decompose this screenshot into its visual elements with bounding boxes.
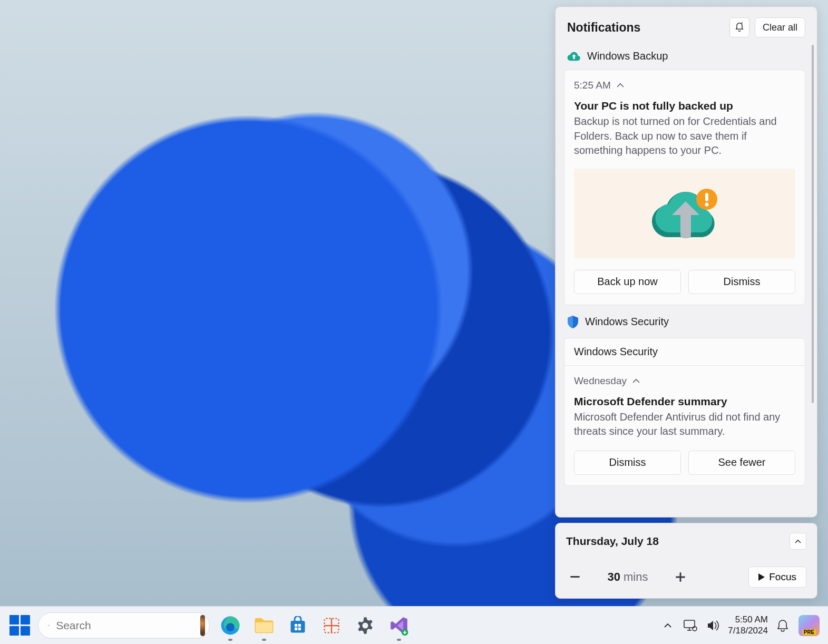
taskbar-app-file-explorer[interactable] (251, 612, 277, 639)
taskbar: 5:50 AM 7/18/2024 PRE (0, 606, 828, 644)
svg-point-7 (48, 625, 49, 626)
bell-icon (777, 619, 788, 632)
svg-rect-11 (291, 621, 305, 633)
shield-icon (567, 316, 579, 328)
do-not-disturb-button[interactable] (729, 17, 749, 37)
play-icon (758, 573, 765, 581)
copilot-icon: PRE (798, 615, 820, 636)
action-center-panel: Notifications Clear all Windows Backup (555, 6, 817, 599)
notification-group-header[interactable]: Windows Security (564, 310, 805, 336)
bell-off-icon (734, 22, 745, 33)
notification-center-button[interactable] (773, 612, 792, 639)
taskbar-app-visual-studio[interactable] (386, 612, 412, 639)
clear-all-button[interactable]: Clear all (755, 17, 805, 37)
svg-rect-2 (705, 193, 708, 201)
chevron-up-icon (664, 623, 672, 628)
svg-rect-6 (676, 577, 685, 578)
svg-point-3 (705, 202, 709, 206)
taskbar-clock[interactable]: 5:50 AM 7/18/2024 (726, 612, 770, 639)
edge-icon (220, 616, 240, 636)
focus-decrease-button[interactable] (566, 568, 584, 586)
svg-rect-15 (298, 627, 301, 630)
notifications-scroll[interactable]: Windows Backup 5:25 AM Your PC is not fu… (556, 45, 817, 517)
folder-icon (254, 617, 274, 635)
notification-body: Microsoft Defender Antivirus did not fin… (574, 410, 795, 439)
start-button[interactable] (5, 611, 34, 640)
svg-point-9 (226, 623, 235, 631)
taskbar-app-snipping-tool[interactable] (318, 612, 345, 639)
focus-minutes-value: 30 (608, 570, 620, 583)
focus-duration: 30mins (588, 570, 667, 584)
calendar-date[interactable]: Thursday, July 18 (566, 535, 790, 548)
scrollbar-thumb[interactable] (812, 45, 814, 403)
taskbar-app-edge[interactable] (217, 612, 243, 639)
taskbar-time: 5:50 AM (735, 614, 768, 625)
notifications-card: Notifications Clear all Windows Backup (555, 6, 817, 518)
svg-point-17 (362, 622, 368, 628)
chevron-up-icon (616, 83, 625, 88)
notification-item[interactable]: Wednesday Microsoft Defender summary Mic… (564, 366, 805, 486)
svg-rect-13 (298, 624, 301, 627)
notification-time: 5:25 AM (574, 80, 611, 91)
chevron-up-icon (632, 378, 640, 384)
visual-studio-icon (389, 616, 409, 636)
notification-title: Your PC is not fully backed up (574, 100, 795, 112)
tray-volume-button[interactable] (704, 612, 723, 639)
monitor-network-icon (684, 620, 697, 631)
tray-network-button[interactable] (680, 612, 700, 639)
focus-minutes-unit: mins (624, 570, 648, 583)
speaker-icon (707, 620, 719, 631)
dismiss-button[interactable]: Dismiss (688, 270, 795, 294)
svg-rect-19 (684, 620, 695, 628)
search-highlight-icon[interactable] (200, 615, 205, 636)
notifications-title: Notifications (567, 21, 724, 35)
svg-rect-0 (680, 212, 691, 238)
cloud-backup-icon (567, 51, 581, 62)
copilot-tag: PRE (802, 629, 816, 635)
backup-now-button[interactable]: Back up now (574, 270, 681, 294)
svg-rect-14 (295, 627, 297, 630)
notification-group-header[interactable]: Windows Backup (564, 45, 805, 70)
notification-body: Backup is not turned on for Credentials … (574, 114, 795, 158)
notification-hero-image (574, 169, 795, 258)
notification-subheader[interactable]: Windows Security (564, 338, 805, 366)
windows-logo-icon (9, 615, 30, 636)
dismiss-button[interactable]: Dismiss (574, 451, 681, 475)
collapse-calendar-button[interactable] (790, 533, 806, 550)
snip-icon (322, 616, 341, 635)
notification-title: Microsoft Defender summary (574, 395, 795, 408)
calendar-focus-card: Thursday, July 18 30mins Focus (555, 523, 817, 599)
focus-start-button[interactable]: Focus (748, 567, 806, 588)
notifications-header: Notifications Clear all (556, 7, 817, 45)
notification-item[interactable]: 5:25 AM Your PC is not fully backed up B… (564, 70, 805, 305)
notification-app-name: Windows Security (585, 316, 669, 328)
taskbar-date: 7/18/2024 (728, 626, 768, 636)
taskbar-app-microsoft-store[interactable] (285, 612, 311, 639)
focus-button-label: Focus (769, 571, 796, 583)
copilot-button[interactable]: PRE (795, 612, 823, 639)
svg-rect-12 (295, 624, 297, 627)
plus-icon (676, 572, 685, 582)
search-input[interactable] (56, 619, 194, 632)
see-fewer-button[interactable]: See fewer (688, 451, 795, 475)
gear-icon (355, 616, 375, 636)
svg-rect-10 (256, 622, 272, 632)
minus-icon (570, 576, 580, 578)
search-icon (48, 620, 50, 631)
tray-overflow-button[interactable] (658, 612, 677, 639)
store-icon (288, 616, 307, 635)
taskbar-search[interactable] (38, 612, 210, 639)
notification-app-name: Windows Backup (587, 50, 668, 62)
svg-rect-4 (570, 576, 580, 578)
focus-increase-button[interactable] (671, 568, 689, 586)
notification-time: Wednesday (574, 375, 627, 387)
chevron-up-icon (794, 539, 802, 544)
taskbar-app-settings[interactable] (352, 612, 378, 639)
